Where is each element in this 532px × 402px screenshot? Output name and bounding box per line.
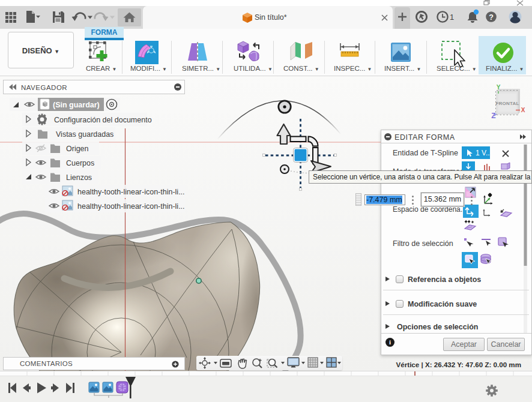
svg-text:Filtro de selección: Filtro de selección bbox=[393, 239, 453, 248]
svg-text:1: 1 bbox=[450, 13, 454, 22]
svg-text:healthy-tooth-linear-icon-thin: healthy-tooth-linear-icon-thin-li... bbox=[77, 188, 185, 196]
svg-text:Lienzos: Lienzos bbox=[66, 173, 92, 182]
svg-text:EDITAR FORMA: EDITAR FORMA bbox=[394, 133, 455, 142]
svg-text:(Sin guardar): (Sin guardar) bbox=[53, 101, 100, 109]
svg-text:Entidad de T-Spline: Entidad de T-Spline bbox=[393, 149, 458, 157]
svg-text:Vistas guardadas: Vistas guardadas bbox=[56, 130, 113, 139]
svg-text:NAVEGADOR: NAVEGADOR bbox=[21, 84, 67, 91]
svg-text:Cuerpos: Cuerpos bbox=[66, 159, 94, 167]
svg-text:healthy-tooth-linear-icon-thin: healthy-tooth-linear-icon-thin-li... bbox=[77, 202, 185, 211]
svg-text:Z: Z bbox=[491, 112, 495, 120]
svg-text:Configuración del documento: Configuración del documento bbox=[54, 116, 152, 124]
svg-text:Y: Y bbox=[497, 84, 501, 91]
svg-text:FRONTAL: FRONTAL bbox=[495, 101, 519, 106]
svg-text:Origen: Origen bbox=[66, 145, 89, 153]
svg-text:Espacio de coordena...: Espacio de coordena... bbox=[393, 205, 467, 214]
svg-text:1 V...: 1 V... bbox=[476, 149, 492, 157]
svg-text:X: X bbox=[521, 107, 525, 113]
svg-text:?: ? bbox=[489, 13, 494, 22]
